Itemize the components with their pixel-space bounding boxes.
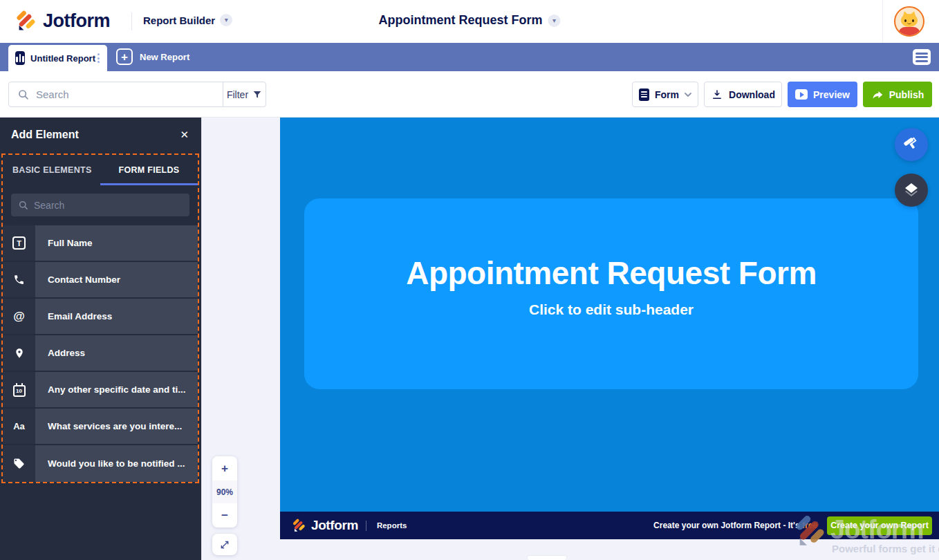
report-builder-app: Jotform Report Builder ▾ Appointment Req… bbox=[0, 0, 939, 560]
tab-form-fields[interactable]: FORM FIELDS bbox=[100, 155, 198, 185]
form-icon bbox=[639, 88, 649, 101]
zoom-in-button[interactable]: + bbox=[212, 456, 237, 480]
text-style-icon: Aa bbox=[3, 409, 35, 444]
panel-tabs: BASIC ELEMENTS FORM FIELDS bbox=[3, 155, 198, 185]
tab-untitled-report[interactable]: Untitled Report bbox=[8, 45, 107, 71]
field-item-email-address[interactable]: @ Email Address bbox=[3, 299, 198, 335]
chevron-down-icon: ▾ bbox=[220, 14, 232, 26]
preview-button[interactable]: Preview bbox=[788, 82, 857, 107]
footer-brand-name: Jotform bbox=[311, 518, 358, 533]
field-item-notify[interactable]: Would you like to be notified ... bbox=[3, 445, 198, 482]
avatar-art bbox=[901, 14, 918, 27]
text-input-icon: T bbox=[3, 225, 35, 261]
calendar-icon: 10 bbox=[3, 372, 35, 407]
play-icon bbox=[795, 89, 808, 100]
field-label: Full Name bbox=[35, 225, 198, 261]
tab-options-kebab-icon[interactable] bbox=[95, 51, 102, 65]
filter-label: Filter bbox=[227, 89, 248, 100]
jotform-logo-icon bbox=[14, 9, 37, 32]
jotform-logo[interactable]: Jotform bbox=[14, 9, 110, 32]
footer-brand: Jotform Reports bbox=[291, 518, 407, 533]
avatar[interactable] bbox=[894, 6, 924, 37]
brand-name: Jotform bbox=[43, 10, 110, 32]
app-switcher[interactable]: Report Builder ▾ bbox=[143, 14, 232, 26]
publish-button[interactable]: Publish bbox=[863, 82, 932, 107]
footer-cta: Create your own Jotform Report - It's fr… bbox=[653, 516, 932, 535]
filter-button[interactable]: Filter bbox=[223, 82, 266, 106]
field-label: What services are you intere... bbox=[35, 409, 198, 444]
zoom-controls: + 90% − bbox=[212, 456, 237, 528]
publish-label: Publish bbox=[889, 89, 924, 100]
jotform-logo-icon bbox=[291, 518, 306, 533]
search-icon bbox=[18, 200, 28, 210]
slide-footer-bar: Jotform Reports Create your own Jotform … bbox=[280, 512, 939, 539]
bar-chart-icon bbox=[15, 51, 25, 65]
layers-button[interactable] bbox=[895, 174, 928, 207]
download-button[interactable]: Download bbox=[704, 82, 782, 107]
footer-divider bbox=[366, 521, 366, 531]
canvas-background bbox=[280, 539, 939, 560]
new-report-label: New Report bbox=[140, 52, 189, 62]
tab-basic-elements[interactable]: BASIC ELEMENTS bbox=[3, 155, 100, 185]
slide-title[interactable]: Appointment Request Form bbox=[406, 254, 817, 292]
panel-search-bar bbox=[11, 194, 189, 216]
slide-subtitle[interactable]: Click to edit sub-header bbox=[529, 301, 694, 318]
report-canvas: Appointment Request Form Click to edit s… bbox=[280, 118, 939, 560]
funnel-icon bbox=[252, 90, 262, 100]
chevron-down-icon bbox=[685, 93, 691, 97]
create-report-button[interactable]: Create your own Report bbox=[827, 516, 932, 535]
layers-icon bbox=[903, 182, 920, 198]
form-label: Form bbox=[655, 89, 679, 100]
header-divider bbox=[882, 0, 883, 43]
share-arrow-icon bbox=[871, 89, 884, 100]
expand-icon bbox=[219, 539, 230, 550]
close-icon[interactable]: ✕ bbox=[180, 129, 189, 141]
search-input[interactable] bbox=[36, 88, 223, 100]
field-item-address[interactable]: Address bbox=[3, 335, 198, 372]
avatar-art bbox=[898, 27, 920, 37]
zoom-level: 90% bbox=[212, 480, 237, 503]
footer-product-name: Reports bbox=[377, 521, 407, 530]
tab-label: Untitled Report bbox=[30, 53, 95, 64]
paint-roller-icon bbox=[901, 134, 922, 156]
fullscreen-button[interactable] bbox=[212, 534, 237, 555]
canvas-gutter: + 90% − bbox=[201, 118, 280, 560]
field-item-services[interactable]: Aa What services are you intere... bbox=[3, 409, 198, 445]
form-dropdown-button[interactable]: Form bbox=[632, 82, 698, 107]
active-tab-underline bbox=[100, 183, 198, 185]
plus-icon: + bbox=[116, 48, 133, 65]
add-element-panel: Add Element ✕ BASIC ELEMENTS FORM FIELDS… bbox=[0, 118, 201, 560]
zoom-out-button[interactable]: − bbox=[212, 503, 237, 528]
report-list-menu-icon[interactable] bbox=[913, 49, 931, 65]
new-report-button[interactable]: + New Report bbox=[116, 48, 189, 65]
field-item-full-name[interactable]: T Full Name bbox=[3, 225, 198, 262]
search-icon bbox=[17, 88, 29, 100]
search-bar: Filter bbox=[8, 82, 266, 107]
tab-basic-elements-label: BASIC ELEMENTS bbox=[12, 165, 92, 175]
preview-label: Preview bbox=[813, 89, 850, 100]
design-button[interactable] bbox=[895, 128, 928, 161]
slide-header-card[interactable]: Appointment Request Form Click to edit s… bbox=[304, 198, 918, 389]
footer-cta-highlight: free bbox=[802, 521, 817, 530]
field-item-contact-number[interactable]: Contact Number bbox=[3, 262, 198, 299]
next-page-peek bbox=[528, 556, 566, 560]
panel-search-input[interactable] bbox=[34, 200, 183, 211]
footer-cta-text: Create your own Jotform Report - It's fr… bbox=[653, 521, 817, 530]
download-icon bbox=[711, 88, 723, 101]
at-sign-icon: @ bbox=[3, 299, 35, 334]
panel-header: Add Element ✕ bbox=[0, 118, 201, 152]
tab-form-fields-label: FORM FIELDS bbox=[118, 165, 179, 175]
header-divider bbox=[131, 12, 132, 30]
phone-icon bbox=[3, 262, 35, 297]
field-label: Would you like to be notified ... bbox=[35, 445, 198, 482]
field-label: Email Address bbox=[35, 299, 198, 334]
field-label: Contact Number bbox=[35, 262, 198, 297]
form-title-menu[interactable]: Appointment Request Form ▾ bbox=[379, 13, 561, 28]
field-item-date-time[interactable]: 10 Any other specific date and ti... bbox=[3, 372, 198, 409]
page-title: Appointment Request Form bbox=[379, 13, 543, 28]
tag-icon bbox=[3, 445, 35, 482]
location-pin-icon bbox=[3, 335, 35, 371]
panel-title: Add Element bbox=[11, 129, 79, 141]
chevron-down-icon: ▾ bbox=[548, 15, 561, 27]
field-label: Any other specific date and ti... bbox=[35, 372, 198, 407]
